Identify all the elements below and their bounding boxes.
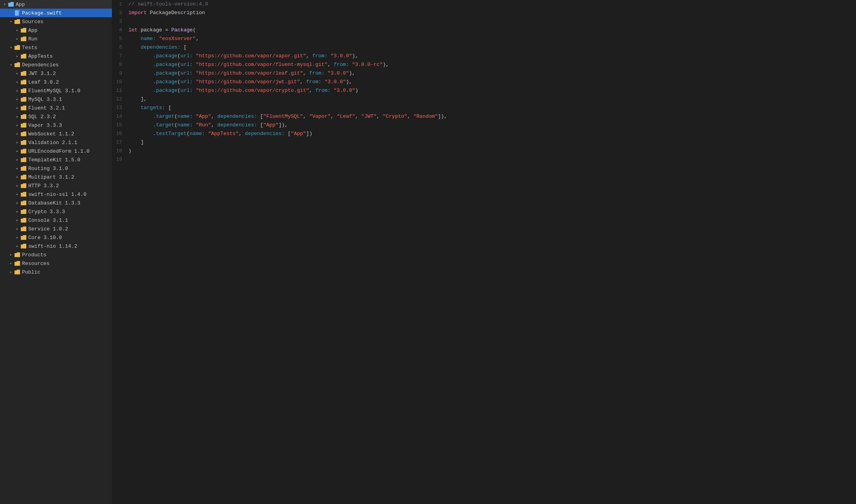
- sidebar-item-package-swift[interactable]: Package.swift: [0, 9, 112, 17]
- sidebar-item-databasekit[interactable]: DatabaseKit 1.3.3: [0, 199, 112, 207]
- sidebar-item-leaf[interactable]: Leaf 3.0.2: [0, 78, 112, 86]
- tree-item-label: Crypto 3.3.3: [28, 209, 65, 215]
- sidebar-item-sources[interactable]: Sources: [0, 17, 112, 26]
- folder-icon: [20, 88, 27, 94]
- sidebar-item-vapor[interactable]: Vapor 3.3.3: [0, 121, 112, 130]
- arrow-icon[interactable]: [14, 148, 20, 154]
- tree-item-label: Public: [22, 269, 40, 275]
- arrow-icon[interactable]: [8, 269, 14, 275]
- arrow-icon[interactable]: [8, 18, 14, 25]
- line-content: .package(url: "https://github.com/vapor/…: [128, 52, 856, 60]
- sidebar-item-swiftniossl[interactable]: swift-nio-ssl 1.4.0: [0, 190, 112, 199]
- folder-icon: [14, 260, 20, 267]
- folder-icon: [20, 217, 27, 223]
- line-content: .package(url: "https://github.com/vapor/…: [128, 78, 856, 86]
- arrow-icon[interactable]: [14, 53, 20, 59]
- arrow-icon[interactable]: [2, 1, 8, 7]
- line-content: ],: [128, 95, 856, 104]
- line-content: // swift-tools-version:4.0: [128, 0, 856, 9]
- folder-icon: [20, 191, 27, 197]
- code-row: 1// swift-tools-version:4.0: [112, 0, 856, 9]
- arrow-icon[interactable]: [14, 88, 20, 94]
- arrow-icon[interactable]: [14, 191, 20, 197]
- arrow-icon[interactable]: [8, 260, 14, 267]
- arrow-icon[interactable]: [14, 165, 20, 172]
- sidebar-item-fluentmysql[interactable]: FluentMySQL 3.1.0: [0, 86, 112, 95]
- arrow-icon[interactable]: [14, 217, 20, 223]
- arrow-icon[interactable]: [14, 139, 20, 146]
- sidebar-item-crypto[interactable]: Crypto 3.3.3: [0, 207, 112, 216]
- code-row: 7 .package(url: "https://github.com/vapo…: [112, 52, 856, 60]
- sidebar-item-app-folder[interactable]: App: [0, 26, 112, 35]
- arrow-icon[interactable]: [14, 174, 20, 180]
- folder-icon: [14, 62, 20, 68]
- tree-item-label: swift-nio 1.14.2: [28, 243, 77, 249]
- code-row: 4let package = Package(: [112, 26, 856, 35]
- line-number: 15: [112, 121, 128, 130]
- folder-icon: [20, 183, 27, 189]
- arrow-icon[interactable]: [14, 105, 20, 111]
- tree-item-label: DatabaseKit 1.3.3: [28, 200, 80, 206]
- folder-icon: [14, 252, 20, 258]
- tree-item-label: Products: [22, 252, 46, 258]
- folder-icon: [20, 53, 27, 59]
- sidebar-item-products[interactable]: Products: [0, 250, 112, 259]
- arrow-icon[interactable]: [8, 44, 14, 51]
- sidebar-item-service[interactable]: Service 1.0.2: [0, 225, 112, 233]
- folder-icon: [20, 27, 27, 33]
- sidebar-item-resources[interactable]: Resources: [0, 259, 112, 268]
- arrow-icon[interactable]: [14, 36, 20, 42]
- arrow-icon[interactable]: [14, 183, 20, 189]
- sidebar-item-run-folder[interactable]: Run: [0, 35, 112, 43]
- tree-item-label: FluentMySQL 3.1.0: [28, 88, 80, 94]
- sidebar-item-validation[interactable]: Validation 2.1.1: [0, 138, 112, 147]
- tree-item-label: URLEncodedForm 1.1.0: [28, 148, 90, 154]
- sidebar-item-routing[interactable]: Routing 3.1.0: [0, 164, 112, 173]
- arrow-icon[interactable]: [8, 62, 14, 68]
- arrow-icon[interactable]: [14, 122, 20, 128]
- tree-item-label: SQL 2.3.2: [28, 114, 56, 120]
- line-content: .testTarget(name: "AppTests", dependenci…: [128, 130, 856, 138]
- sidebar-item-urlencodedform[interactable]: URLEncodedForm 1.1.0: [0, 147, 112, 155]
- arrow-icon[interactable]: [14, 113, 20, 120]
- code-editor[interactable]: 1// swift-tools-version:4.02import Packa…: [112, 0, 856, 504]
- line-number: 2: [112, 9, 128, 17]
- sidebar-item-jwt[interactable]: JWT 3.1.2: [0, 69, 112, 78]
- arrow-icon[interactable]: [14, 234, 20, 241]
- sidebar-item-http[interactable]: HTTP 3.3.2: [0, 181, 112, 190]
- tree-item-label: JWT 3.1.2: [28, 71, 56, 77]
- sidebar-item-multipart[interactable]: Multipart 3.1.2: [0, 173, 112, 181]
- sidebar-item-public[interactable]: Public: [0, 268, 112, 276]
- sidebar-item-app-root[interactable]: App: [0, 0, 112, 9]
- folder-icon: [14, 18, 20, 25]
- sidebar-item-sql[interactable]: SQL 2.3.2: [0, 112, 112, 121]
- arrow-icon[interactable]: [14, 226, 20, 232]
- sidebar-item-swiftnio[interactable]: swift-nio 1.14.2: [0, 242, 112, 250]
- arrow-icon[interactable]: [14, 96, 20, 102]
- sidebar-item-console[interactable]: Console 3.1.1: [0, 216, 112, 225]
- sidebar-item-mysql[interactable]: MySQL 3.3.1: [0, 95, 112, 104]
- arrow-icon[interactable]: [14, 243, 20, 249]
- arrow-icon[interactable]: [14, 70, 20, 77]
- sidebar-item-tests[interactable]: Tests: [0, 43, 112, 52]
- arrow-icon[interactable]: [14, 200, 20, 206]
- arrow-icon[interactable]: [14, 131, 20, 137]
- tree-item-label: HTTP 3.3.2: [28, 183, 59, 189]
- sidebar-item-dependencies[interactable]: Dependencies: [0, 60, 112, 69]
- arrow-icon[interactable]: [14, 27, 20, 33]
- arrow-icon[interactable]: [14, 79, 20, 85]
- line-number: 5: [112, 35, 128, 43]
- arrow-icon[interactable]: [8, 252, 14, 258]
- code-row: 16 .testTarget(name: "AppTests", depende…: [112, 130, 856, 138]
- sidebar-item-templatekit[interactable]: TemplateKit 1.5.0: [0, 155, 112, 164]
- tree-item-label: Sources: [22, 19, 44, 25]
- sidebar-item-apptests[interactable]: AppTests: [0, 52, 112, 60]
- sidebar-item-core[interactable]: Core 3.10.0: [0, 233, 112, 242]
- tree-item-label: Dependencies: [22, 62, 59, 68]
- code-row: 17 ]: [112, 138, 856, 147]
- folder-icon: [20, 70, 27, 77]
- sidebar-item-websocket[interactable]: WebSocket 1.1.2: [0, 130, 112, 138]
- sidebar-item-fluent[interactable]: Fluent 3.2.1: [0, 104, 112, 112]
- arrow-icon[interactable]: [14, 208, 20, 215]
- arrow-icon[interactable]: [14, 157, 20, 163]
